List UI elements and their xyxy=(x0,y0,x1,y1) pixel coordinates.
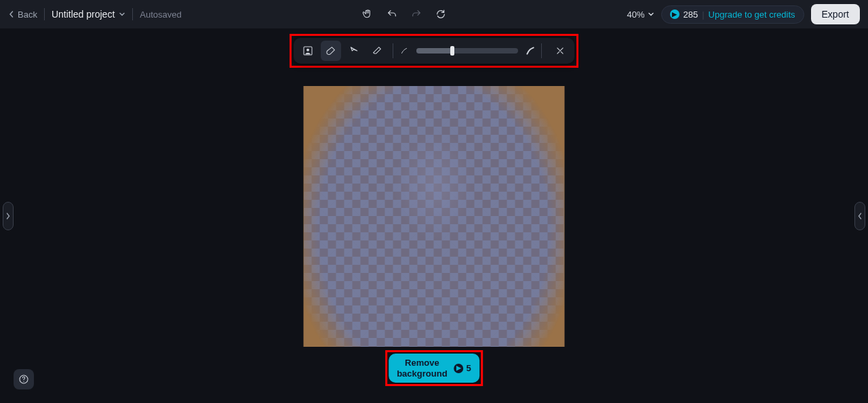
close-tool-panel-button[interactable] xyxy=(550,41,570,61)
top-bar: Back Untitled project Autosaved 40% ▶ xyxy=(0,0,868,28)
credits-badge: ▶ 285 | Upgrade to get credits xyxy=(661,5,804,24)
lasso-icon xyxy=(349,45,359,56)
back-label: Back xyxy=(18,9,37,20)
hand-icon xyxy=(362,9,373,20)
divider xyxy=(132,8,133,20)
brush-icon xyxy=(326,45,336,56)
slider-thumb[interactable] xyxy=(450,46,454,56)
chevron-left-icon xyxy=(857,212,863,220)
zoom-dropdown[interactable]: 40% xyxy=(627,9,654,20)
top-bar-right: 40% ▶ 285 | Upgrade to get credits Expor… xyxy=(627,4,860,24)
chevron-down-icon xyxy=(119,11,125,18)
brush-size-small-icon xyxy=(399,45,410,56)
brush-size-slider[interactable] xyxy=(416,48,518,54)
redo-button xyxy=(410,8,422,20)
eraser-icon xyxy=(372,45,382,56)
divider xyxy=(393,43,393,58)
chevron-left-icon xyxy=(8,11,15,18)
brush-size-large-icon xyxy=(525,45,536,56)
close-icon xyxy=(555,46,565,56)
eraser-tool[interactable] xyxy=(367,41,387,61)
remove-bg-highlight: Remove background ▶ 5 xyxy=(385,350,483,386)
tool-panel-highlight xyxy=(290,34,578,68)
canvas-image[interactable] xyxy=(304,86,565,347)
credits-icon: ▶ xyxy=(670,9,679,19)
back-button[interactable]: Back xyxy=(8,9,37,20)
reset-button[interactable] xyxy=(435,8,447,20)
help-button[interactable] xyxy=(14,369,34,389)
person-square-icon xyxy=(302,45,313,56)
project-name-dropdown[interactable]: Untitled project xyxy=(52,9,125,20)
autosaved-status: Autosaved xyxy=(140,9,181,20)
svg-point-1 xyxy=(307,49,309,51)
refresh-icon xyxy=(435,9,446,20)
credits-count: 285 xyxy=(684,9,698,20)
export-button[interactable]: Export xyxy=(811,4,860,24)
redo-icon xyxy=(411,9,422,20)
undo-button[interactable] xyxy=(386,8,398,20)
top-bar-left: Back Untitled project Autosaved xyxy=(8,8,182,20)
divider xyxy=(541,43,542,58)
svg-point-3 xyxy=(23,381,24,382)
expand-left-panel-handle[interactable] xyxy=(3,202,14,230)
remove-bg-label: Remove background xyxy=(397,358,447,379)
project-name-label: Untitled project xyxy=(52,9,115,20)
divider xyxy=(44,8,45,20)
pan-tool-button[interactable] xyxy=(361,8,374,20)
credits-icon: ▶ xyxy=(454,364,464,373)
upgrade-link[interactable]: Upgrade to get credits xyxy=(709,9,795,20)
undo-icon xyxy=(387,9,397,20)
zoom-level: 40% xyxy=(627,9,644,20)
slider-fill xyxy=(416,48,452,54)
divider: | xyxy=(702,9,704,20)
expand-right-panel-handle[interactable] xyxy=(854,202,865,230)
remove-bg-cost: ▶ 5 xyxy=(454,363,471,374)
chevron-right-icon xyxy=(5,212,11,220)
selection-mask-overlay xyxy=(304,86,565,347)
help-icon xyxy=(18,374,29,385)
chevron-down-icon xyxy=(648,11,654,18)
subject-select-tool[interactable] xyxy=(298,41,318,61)
remove-background-button[interactable]: Remove background ▶ 5 xyxy=(389,354,479,383)
lasso-tool[interactable] xyxy=(344,41,364,61)
brush-tool[interactable] xyxy=(321,41,341,61)
tool-panel xyxy=(294,38,574,64)
canvas-area: Remove background ▶ 5 xyxy=(0,28,868,403)
top-bar-center xyxy=(361,8,447,20)
